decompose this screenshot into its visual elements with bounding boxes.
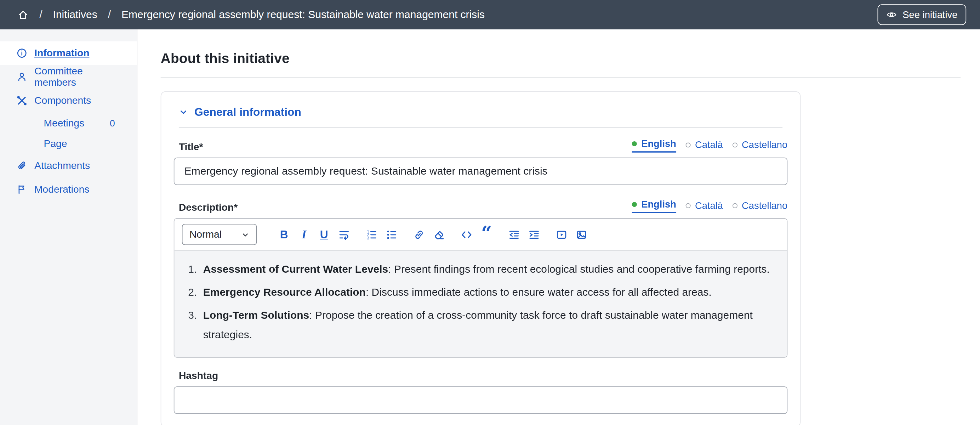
indent-increase-icon[interactable] <box>526 225 543 244</box>
clear-format-icon[interactable] <box>431 225 447 244</box>
title-input[interactable] <box>174 158 788 185</box>
chevron-down-icon <box>179 108 188 117</box>
description-field-label: Description* <box>179 202 237 213</box>
active-language-dot-icon <box>632 202 637 207</box>
breadcrumb-initiatives-link[interactable]: Initiatives <box>53 8 97 21</box>
svg-text:3: 3 <box>367 236 369 240</box>
page-body: Information Committee members Components… <box>0 29 980 425</box>
description-label-row: Description* English Català Castellan <box>174 199 788 213</box>
page-title-divider <box>161 77 961 78</box>
app-window: / Initiatives / Emergency regional assem… <box>0 0 980 425</box>
general-information-header[interactable]: General information <box>179 105 783 119</box>
quote-icon[interactable]: “ <box>478 225 495 244</box>
list-text-rest: : Discuss immediate actions to ensure wa… <box>366 287 712 299</box>
inactive-language-dot-icon <box>732 203 738 208</box>
inactive-language-dot-icon <box>686 142 690 147</box>
people-icon <box>16 71 28 83</box>
see-initiative-label: See initiative <box>902 9 957 21</box>
lang-tab-catala[interactable]: Català <box>686 140 723 153</box>
style-dropdown-value: Normal <box>189 229 222 240</box>
list-text-rest: : Present findings from recent ecologica… <box>388 263 770 275</box>
sidebar-item-label: Information <box>34 48 89 59</box>
list-number: 2. <box>188 283 203 302</box>
editor-toolbar: Normal B I U 123 <box>175 219 787 251</box>
sidebar-item-label: Committee members <box>34 65 127 88</box>
eye-icon <box>886 9 897 20</box>
video-icon[interactable] <box>553 225 570 244</box>
hashtag-field-label: Hashtag <box>179 370 788 382</box>
sidebar-item-label: Moderations <box>34 184 89 195</box>
breadcrumb-separator: / <box>108 8 111 21</box>
page-title: About this initiative <box>161 51 961 67</box>
hashtag-input[interactable] <box>174 387 788 414</box>
section-divider <box>179 127 783 127</box>
ordered-list: 1. Assessment of Current Water Levels: P… <box>188 259 773 345</box>
sidebar-item-page[interactable]: Page <box>0 133 137 154</box>
rich-text-editor: Normal B I U 123 <box>174 218 788 358</box>
image-icon[interactable] <box>573 225 590 244</box>
lang-tab-catala[interactable]: Català <box>686 200 723 213</box>
sidebar-item-attachments[interactable]: Attachments <box>0 154 137 177</box>
ordered-list-icon[interactable]: 123 <box>363 225 380 244</box>
list-text: Emergency Resource Allocation: Discuss i… <box>203 283 712 302</box>
home-icon[interactable] <box>18 9 29 21</box>
list-number: 3. <box>188 306 203 344</box>
sidebar-item-information[interactable]: Information <box>0 41 137 65</box>
editor-content[interactable]: 1. Assessment of Current Water Levels: P… <box>175 251 787 357</box>
meetings-count-badge: 0 <box>110 118 115 128</box>
list-item: 3. Long-Term Solutions: Propose the crea… <box>188 306 773 344</box>
indent-decrease-icon[interactable] <box>506 225 523 244</box>
lang-label: Català <box>695 140 723 151</box>
flag-icon <box>16 184 28 195</box>
lang-tab-castellano[interactable]: Castellano <box>732 140 788 153</box>
sidebar-item-label: Meetings <box>44 117 84 129</box>
inactive-language-dot-icon <box>732 142 738 147</box>
lang-tab-castellano[interactable]: Castellano <box>732 200 788 213</box>
see-initiative-button[interactable]: See initiative <box>878 4 966 25</box>
title-label-row: Title* English Català Castellano <box>174 138 788 153</box>
breadcrumb-separator: / <box>39 8 42 21</box>
list-text: Assessment of Current Water Levels: Pres… <box>203 259 770 279</box>
main-content: About this initiative General informatio… <box>137 29 980 425</box>
list-number: 1. <box>188 259 203 279</box>
general-information-card: General information Title* English Catal… <box>161 91 801 425</box>
sidebar-item-label: Attachments <box>34 160 90 172</box>
sidebar-item-moderations[interactable]: Moderations <box>0 177 137 201</box>
list-text-bold: Emergency Resource Allocation <box>203 287 366 299</box>
lang-label: English <box>641 199 676 210</box>
text-wrap-icon[interactable] <box>336 225 353 244</box>
list-item: 2. Emergency Resource Allocation: Discus… <box>188 283 773 302</box>
link-icon[interactable] <box>411 225 428 244</box>
language-tabs: English Català Castellano <box>632 138 788 153</box>
lang-tab-english[interactable]: English <box>632 199 676 213</box>
lang-label: Castellano <box>742 200 788 212</box>
inactive-language-dot-icon <box>686 203 690 208</box>
list-text: Long-Term Solutions: Propose the creatio… <box>203 306 773 344</box>
list-item: 1. Assessment of Current Water Levels: P… <box>188 259 773 279</box>
paragraph-style-dropdown[interactable]: Normal <box>182 224 257 245</box>
section-title: General information <box>194 105 301 119</box>
underline-icon[interactable]: U <box>315 225 332 244</box>
unordered-list-icon[interactable] <box>383 225 400 244</box>
lang-label: Català <box>695 200 723 212</box>
components-icon <box>16 95 28 106</box>
lang-tab-english[interactable]: English <box>632 138 676 153</box>
lang-label: Castellano <box>742 140 788 151</box>
lang-label: English <box>641 138 676 150</box>
sidebar-item-meetings[interactable]: Meetings 0 <box>0 113 137 133</box>
italic-icon[interactable]: I <box>296 225 313 244</box>
sidebar-item-components[interactable]: Components <box>0 89 137 113</box>
bold-icon[interactable]: B <box>276 225 293 244</box>
paperclip-icon <box>16 160 28 172</box>
sidebar-item-committee-members[interactable]: Committee members <box>0 65 137 89</box>
code-icon[interactable] <box>458 225 475 244</box>
title-field-label: Title* <box>179 141 203 153</box>
topbar: / Initiatives / Emergency regional assem… <box>0 0 980 29</box>
sidebar: Information Committee members Components… <box>0 29 137 425</box>
info-icon <box>16 48 28 59</box>
language-tabs: English Català Castellano <box>632 199 788 213</box>
list-text-bold: Long-Term Solutions <box>203 310 309 322</box>
list-text-bold: Assessment of Current Water Levels <box>203 263 388 275</box>
breadcrumb-current-page: Emergency regional assembly request: Sus… <box>121 8 485 21</box>
chevron-down-icon <box>241 231 249 239</box>
